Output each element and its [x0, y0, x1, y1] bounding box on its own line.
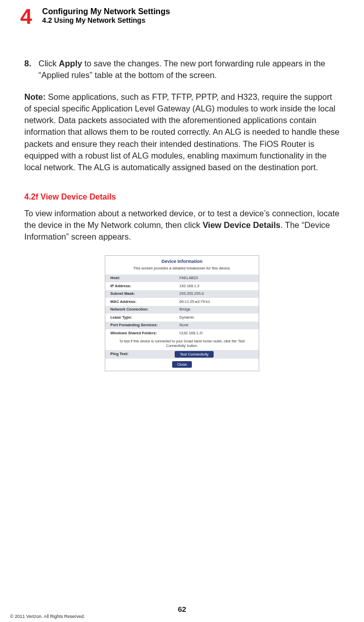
table-row: Windows Shared Folders: \\192.168.1.2\ [105, 329, 259, 337]
row-label: Network Connection: [105, 306, 174, 314]
row-value[interactable]: Bridge [174, 306, 259, 314]
table-row: Port Forwarding Services: None [105, 322, 259, 330]
note-text: Some applications, such as FTP, TFTP, PP… [24, 92, 339, 172]
test-connectivity-button[interactable]: Test Connectivity [175, 351, 214, 358]
step-8: 8. Click Apply to save the changes. The … [24, 58, 340, 81]
step-number: 8. [24, 58, 38, 81]
row-value[interactable]: FAELAB23 [174, 275, 259, 283]
row-label: Windows Shared Folders: [105, 329, 174, 337]
section-paragraph: To view information about a networked de… [24, 208, 340, 243]
note-paragraph: Note: Some applications, such as FTP, TF… [24, 91, 340, 173]
step-bold: Apply [59, 59, 82, 68]
page-footer: 62 [0, 605, 364, 614]
table-row: MAC Address: 00:11:25:a3:79:b1 [105, 298, 259, 306]
copyright: © 2011 Verizon. All Rights Reserved. [10, 614, 85, 619]
row-value: None [174, 322, 259, 330]
chapter-number: 4 [20, 6, 32, 27]
row-label: Host: [105, 275, 174, 283]
ping-test-label: Ping Test: [110, 352, 175, 357]
device-info-panel: Device Information This screen provides … [105, 255, 259, 372]
row-value: Dynamic [174, 314, 259, 322]
row-value: 00:11:25:a3:79:b1 [174, 298, 259, 306]
table-row: Subnet Mask: 255.255.255.0 [105, 290, 259, 298]
chapter-title: Configuring My Network Settings [42, 7, 170, 16]
device-info-table: Host: FAELAB23 IP Address: 192.168.1.2 S… [105, 275, 259, 337]
page-content: 8. Click Apply to save the changes. The … [0, 27, 364, 371]
test-connectivity-note: To test if this device is connected to y… [105, 337, 259, 351]
row-value: 192.168.1.2 [174, 282, 259, 290]
section-heading: 4.2f View Device Details [24, 191, 340, 203]
row-value[interactable]: \\192.168.1.2\ [174, 329, 259, 337]
note-label: Note: [24, 92, 46, 101]
row-label: Port Forwarding Services: [105, 322, 174, 330]
section-bold: View Device Details [203, 220, 280, 229]
device-info-title: Device Information [105, 256, 259, 266]
table-row: Host: FAELAB23 [105, 275, 259, 283]
chapter-titles: Configuring My Network Settings 4.2 Usin… [42, 6, 170, 24]
step-text: Click Apply to save the changes. The new… [38, 58, 340, 81]
table-row: IP Address: 192.168.1.2 [105, 282, 259, 290]
page-header: 4 Configuring My Network Settings 4.2 Us… [0, 0, 364, 27]
ping-test-row: Ping Test: Test Connectivity [105, 350, 259, 359]
close-button[interactable]: Close [172, 361, 192, 368]
close-row: Close [105, 359, 259, 371]
table-row: Lease Type: Dynamic [105, 314, 259, 322]
chapter-subtitle: 4.2 Using My Network Settings [42, 16, 170, 24]
page-number: 62 [178, 605, 186, 613]
row-label: Subnet Mask: [105, 290, 174, 298]
device-info-desc: This screen provides a detailed breakdow… [105, 266, 259, 275]
row-value: 255.255.255.0 [174, 290, 259, 298]
row-label: IP Address: [105, 282, 174, 290]
table-row: Network Connection: Bridge [105, 306, 259, 314]
row-label: MAC Address: [105, 298, 174, 306]
step-prefix: Click [38, 59, 59, 68]
row-label: Lease Type: [105, 314, 174, 322]
